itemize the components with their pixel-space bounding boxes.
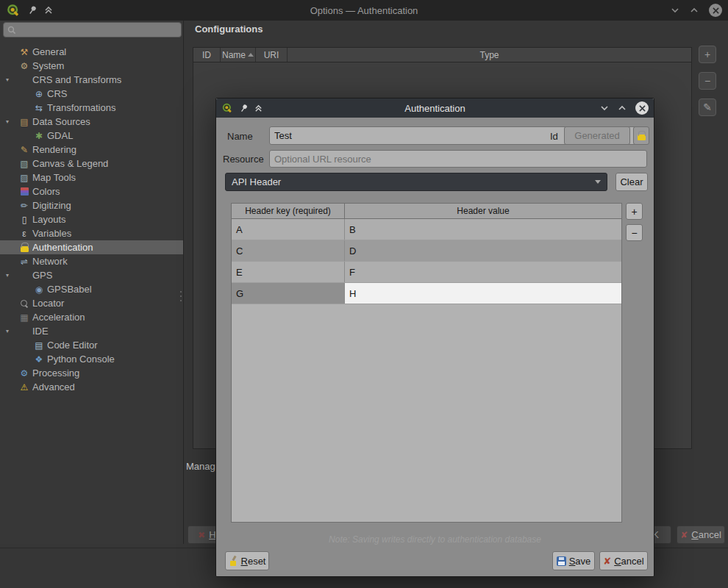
locator-icon (18, 297, 31, 309)
sidebar-item[interactable]: ▧ Canvas & Legend (0, 157, 183, 171)
save-button[interactable]: Save (552, 551, 595, 570)
header-table-row[interactable]: E F (232, 262, 621, 283)
main-window-controls (671, 0, 722, 21)
sidebar-item[interactable]: ❖ Python Console (0, 352, 183, 366)
sidebar-item[interactable]: ⚙ System (0, 59, 183, 73)
sidebar-item[interactable]: Authentication (0, 240, 183, 254)
column-id[interactable]: ID (193, 48, 221, 62)
pin-icon[interactable] (26, 4, 39, 17)
header-key-cell[interactable]: C (232, 240, 345, 261)
qgis-logo-icon (6, 3, 21, 18)
method-select[interactable]: API Header (225, 173, 607, 191)
authentication-dialog: Authentication Name Id Resource API Head… (215, 98, 654, 577)
rollup-icon[interactable] (44, 6, 53, 15)
sidebar-item[interactable]: ⇌ Network (0, 254, 183, 268)
expander-icon: ▾ (6, 328, 18, 334)
code-editor-icon: ▤ (32, 339, 46, 351)
column-type[interactable]: Type (288, 48, 691, 62)
resource-input[interactable] (269, 150, 647, 168)
header-value-cell[interactable]: B (345, 219, 621, 240)
save-icon (557, 556, 566, 566)
sidebar-item[interactable]: ▾ CRS and Transforms (0, 73, 183, 87)
header-table-row[interactable]: A B (232, 219, 621, 240)
reset-brush-icon (229, 556, 238, 566)
pin-icon[interactable] (238, 102, 249, 115)
id-label: Id (550, 131, 558, 142)
python-icon: ❖ (32, 353, 46, 365)
sidebar-item[interactable]: ◉ GPSBabel (0, 282, 183, 296)
warning-icon: ⚠ (18, 381, 31, 393)
remove-header-button[interactable]: − (626, 224, 643, 241)
close-icon[interactable] (709, 4, 722, 17)
network-icon: ⇌ (18, 255, 31, 268)
chevron-down-icon (595, 180, 601, 184)
header-key-cell[interactable]: E (232, 262, 345, 282)
transform-icon: ⇆ (32, 101, 46, 114)
sidebar-item[interactable]: ▤ Code Editor (0, 338, 183, 352)
header-value-cell[interactable]: H (345, 283, 621, 304)
variables-icon: ε (18, 227, 31, 240)
qgis-logo-icon (221, 102, 233, 114)
expander-icon: ▾ (6, 272, 18, 279)
header-value-cell[interactable]: F (345, 262, 621, 282)
paintbrush-icon: ✎ (18, 143, 31, 156)
sidebar-item[interactable]: Locator (0, 296, 183, 310)
acceleration-icon: ▦ (18, 311, 31, 323)
globe-icon: ⊕ (32, 87, 46, 100)
sidebar-item[interactable]: ⇆ Transformations (0, 101, 183, 115)
chevron-down-icon[interactable] (600, 104, 609, 112)
header-table-body: A B C D E F G H (232, 219, 621, 304)
dialog-titlebar: Authentication (216, 98, 654, 118)
header-table-columns: Header key (required) Header value (232, 204, 621, 219)
remove-configuration-button[interactable]: − (699, 72, 716, 90)
id-lock-button[interactable] (633, 126, 649, 145)
header-table-row[interactable]: C D (232, 240, 621, 262)
sidebar-item[interactable]: ✎ Rendering (0, 143, 183, 157)
sidebar-item[interactable]: ⊕ CRS (0, 87, 183, 101)
sidebar-item[interactable]: ▾ GPS (0, 268, 183, 282)
save-note: Note: Saving writes directly to authenti… (216, 534, 654, 545)
resource-label: Resource (223, 154, 264, 165)
clear-button[interactable]: Clear (615, 173, 648, 191)
chevron-down-icon[interactable] (671, 6, 679, 15)
reset-button[interactable]: Reset (225, 551, 269, 570)
header-table: Header key (required) Header value A B C… (231, 203, 622, 523)
options-tree: ⚒ General ⚙ System ▾ CRS and Transforms (0, 45, 183, 394)
sidebar-item[interactable]: Colors (0, 184, 183, 198)
sidebar-item[interactable]: ▨ Map Tools (0, 171, 183, 184)
search-icon (7, 26, 16, 35)
main-cancel-button[interactable]: ✘ Cancel (677, 526, 725, 544)
sidebar-item[interactable]: ▦ Acceleration (0, 310, 183, 324)
column-header-value: Header value (345, 204, 621, 218)
sidebar-item[interactable]: ⚒ General (0, 45, 183, 59)
column-uri[interactable]: URI (256, 48, 288, 62)
rollup-icon[interactable] (254, 104, 263, 112)
sidebar-item[interactable]: ⚠ Advanced (0, 380, 183, 394)
cancel-button[interactable]: ✘ Cancel (599, 551, 648, 570)
sidebar-item[interactable]: ⚙ Processing (0, 366, 183, 380)
edit-configuration-button[interactable]: ✎ (699, 98, 716, 116)
chevron-up-icon[interactable] (690, 6, 699, 15)
close-icon[interactable] (635, 101, 649, 115)
header-key-cell[interactable]: G (232, 283, 345, 304)
sidebar-item[interactable]: ε Variables (0, 226, 183, 240)
splitter-handle[interactable] (180, 291, 182, 301)
sidebar-item[interactable]: ▾ ▤ Data Sources (0, 115, 183, 129)
canvas-icon: ▧ (18, 157, 31, 170)
sidebar-item[interactable]: ✏ Digitizing (0, 198, 183, 212)
column-name[interactable]: Name (221, 48, 256, 62)
add-configuration-button[interactable]: + (699, 46, 716, 63)
header-key-cell[interactable]: A (232, 219, 345, 240)
sidebar-item[interactable]: ▾ IDE (0, 324, 183, 338)
search-input[interactable] (20, 23, 178, 37)
sidebar-item[interactable]: ▯ Layouts (0, 212, 183, 226)
add-header-button[interactable]: + (626, 203, 643, 220)
sidebar-item[interactable]: ✱ GDAL (0, 129, 183, 143)
name-label: Name (227, 131, 253, 142)
layouts-icon: ▯ (18, 213, 31, 226)
id-field (564, 126, 630, 145)
header-value-cell[interactable]: D (345, 240, 621, 261)
window-title: Options — Authentication (0, 5, 728, 16)
header-table-row[interactable]: G H (232, 283, 621, 304)
chevron-up-icon[interactable] (618, 104, 627, 112)
